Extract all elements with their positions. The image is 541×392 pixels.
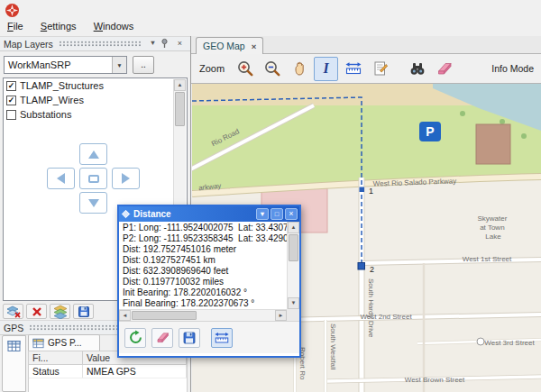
document-tabstrip: GEO Map × [191,36,541,54]
panel-dropdown-button[interactable]: ▼ [146,38,160,50]
table-row[interactable]: Status NMEA GPS [29,365,187,378]
dialog-close-button[interactable]: × [285,208,298,220]
cell-value: NMEA GPS [83,365,187,378]
street-label-brown: West Brown Street [405,376,465,384]
save-layers-button[interactable] [73,304,94,319]
layer-item[interactable]: Substations [4,107,187,122]
structure-marker-1[interactable] [360,187,365,193]
layer-checkbox[interactable]: ✓ [6,81,16,91]
arrow-left-icon [57,173,65,184]
measure-button[interactable] [211,328,233,348]
layers-toolbar [3,303,96,320]
layer-item[interactable]: ✓ TLAMP_Structures [4,78,187,93]
distance-dialog: Distance ▼ □ × P1: Long: -111.9524002075… [117,205,301,358]
scroll-corner [287,309,299,321]
binoculars-icon [408,59,426,77]
scroll-down-button[interactable]: ▼ [288,297,299,309]
gps-tab-label: GPS P... [48,338,82,348]
layer-label: Substations [20,109,71,120]
menu-bar: File Settings Windows [0,18,541,36]
combo-value: WorkManSRP [5,57,112,73]
map-layers-header: Map Layers ▼ × [0,36,190,51]
dialog-content-row: P1: Long: -111.9524002075 Lat: 33.4307 P… [119,222,299,309]
measurement-text: P1: Long: -111.9524002075 Lat: 33.4307 P… [119,222,287,309]
pan-up-button[interactable] [79,143,107,165]
hand-icon [290,59,308,77]
dialog-vscrollbar[interactable]: ▲ ▼ [287,222,299,309]
dialog-icon [121,209,131,219]
scroll-left-button[interactable]: ◄ [119,310,131,321]
layer-item[interactable]: ✓ TLAMP_Wires [4,93,187,107]
tab-geo-map[interactable]: GEO Map × [196,37,263,54]
dialog-hscrollbar[interactable]: ◄ ► [119,309,287,321]
info-icon: I [324,61,329,76]
pin-icon[interactable] [160,38,173,50]
scroll-thumb[interactable] [289,234,298,261]
menu-file[interactable]: File [0,18,31,34]
scroll-right-button[interactable]: ► [275,310,287,321]
browse-button[interactable]: .. [133,56,154,74]
pan-button[interactable] [287,57,311,81]
map-toolbar: Zoom I Info Mode [191,54,541,84]
scroll-up-button[interactable]: ▲ [174,79,186,91]
structure-marker-2[interactable] [358,263,365,270]
poi-circle [477,338,484,345]
chevron-down-icon[interactable]: ▼ [112,57,126,73]
panel-close-button[interactable]: × [173,38,187,50]
clear-button[interactable] [151,328,173,348]
pan-right-button[interactable] [112,168,140,189]
eraser-icon [436,59,454,77]
column-header-field[interactable]: Fi... [29,351,83,364]
refresh-button[interactable] [124,328,146,348]
layer-label: TLAMP_Structures [20,80,104,91]
arrow-down-icon [88,199,99,207]
dialog-title: Distance [133,209,254,219]
parking-label: P [426,124,434,139]
info-button[interactable]: I [314,57,338,81]
save-button[interactable] [179,328,200,348]
layer-style-button[interactable] [50,304,70,319]
dialog-collapse-button[interactable]: ▼ [256,208,269,220]
app-icon [5,3,20,18]
tree-icon [460,111,465,116]
menu-windows[interactable]: Windows [87,18,142,34]
tab-label: GEO Map [203,41,245,51]
dialog-hscroll-row: ◄ ► [119,309,299,321]
scroll-thumb[interactable] [175,92,185,126]
scroll-thumb[interactable] [132,311,197,320]
map-layers-title: Map Layers [4,39,53,50]
pan-down-button[interactable] [79,192,107,214]
zoom-label: Zoom [199,63,225,74]
pan-center-button[interactable] [79,168,107,189]
pan-left-button[interactable] [47,168,75,189]
gps-port-tab[interactable]: GPS P... [28,334,100,351]
measure-button[interactable] [341,57,365,81]
delete-button[interactable] [26,304,47,319]
gps-side-tab[interactable] [2,335,26,392]
erase-button[interactable] [432,57,456,81]
dialog-maximize-button[interactable]: □ [270,208,283,220]
zoom-out-button[interactable] [260,57,284,81]
scroll-up-button[interactable]: ▲ [288,222,299,233]
menu-settings[interactable]: Settings [33,18,84,34]
street-label-first: West 1st Street [463,255,512,263]
dialog-titlebar[interactable]: Distance ▼ □ × [119,206,299,222]
gps-title: GPS [4,323,23,333]
tab-close-icon[interactable]: × [252,41,257,51]
eraser-icon [155,330,170,345]
layer-source-combo[interactable]: WorkManSRP ▼ [4,56,127,74]
street-label-hardy: South Hardy Drive [367,278,375,338]
mode-label: Info Mode [491,63,534,74]
sketch-button[interactable] [368,57,392,81]
zoom-in-button[interactable] [233,57,257,81]
refresh-icon [128,330,143,345]
remove-layer-button[interactable] [3,304,23,319]
arrow-right-icon [122,173,130,184]
find-button[interactable] [405,57,429,81]
dialog-toolbar [119,321,299,353]
layer-checkbox[interactable]: ✓ [6,96,16,105]
page-pencil-icon [371,59,390,77]
center-icon [88,175,99,183]
layer-checkbox[interactable] [6,110,16,120]
floppy-icon [182,331,197,345]
